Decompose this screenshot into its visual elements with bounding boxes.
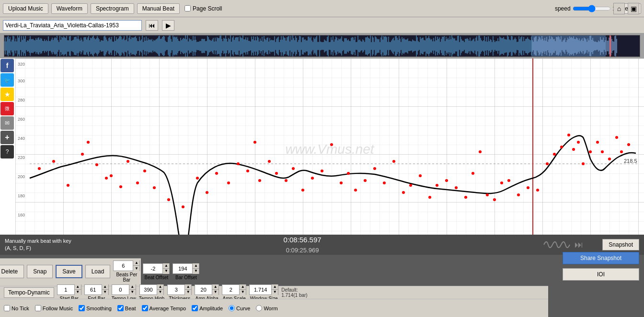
beats-per-bar-spinner[interactable]: ▲ ▼ <box>113 260 140 271</box>
bar-offset-down[interactable]: ▼ <box>192 269 199 274</box>
thickness-arrows[interactable]: ▲ ▼ <box>184 284 191 295</box>
start-bar-up[interactable]: ▲ <box>74 284 81 290</box>
upload-music-button[interactable]: Upload Music <box>3 3 48 14</box>
bar-offset-up[interactable]: ▲ <box>192 263 199 269</box>
window-size-input[interactable] <box>250 287 271 293</box>
beat-offset-input[interactable] <box>143 266 162 272</box>
tempo-high-down[interactable]: ▼ <box>157 290 163 295</box>
star-icon[interactable]: ★ <box>0 88 14 101</box>
amp-scale-down[interactable]: ▼ <box>239 290 246 295</box>
amp-scale-spinner[interactable]: ▲ ▼ <box>222 284 246 295</box>
curve-radio[interactable] <box>229 305 235 311</box>
share-snapshot-button[interactable]: Share Snapshot <box>563 252 639 264</box>
waveform-position-marker <box>610 35 611 57</box>
tempo-low-spinner[interactable]: ▲ ▼ <box>112 284 136 295</box>
load-button[interactable]: Load <box>85 265 111 278</box>
tempo-high-arrows[interactable]: ▲ ▼ <box>157 284 163 295</box>
tempo-high-spinner[interactable]: ▲ ▼ <box>139 284 164 295</box>
instruction-text: Manually mark beat with key (A, S, D, F) <box>5 238 71 252</box>
waveform-button[interactable]: Waveform <box>51 3 88 14</box>
tempo-high-up[interactable]: ▲ <box>157 284 163 290</box>
bar-offset-input[interactable] <box>173 266 192 272</box>
svg-text:200: 200 <box>18 174 25 179</box>
window-size-down[interactable]: ▼ <box>271 290 278 295</box>
spectrogram-button[interactable]: Spectrogram <box>91 3 134 14</box>
amp-alpha-up[interactable]: ▲ <box>212 284 218 290</box>
amp-scale-up[interactable]: ▲ <box>239 284 246 290</box>
start-bar-arrows[interactable]: ▲ ▼ <box>74 284 81 295</box>
mail-icon[interactable]: ✉ <box>0 116 14 130</box>
tempo-low-input[interactable] <box>112 287 129 293</box>
end-bar-arrows[interactable]: ▲ ▼ <box>102 284 108 295</box>
beat-offset-label: Beat Offset <box>144 275 168 280</box>
amp-alpha-spinner[interactable]: ▲ ▼ <box>195 284 219 295</box>
filename-input[interactable] <box>3 20 142 31</box>
thickness-down[interactable]: ▼ <box>184 290 191 295</box>
twitter-icon[interactable]: 🐦 <box>0 73 14 87</box>
fast-forward-icon[interactable]: ⏭ <box>574 239 588 250</box>
tempo-low-up[interactable]: ▲ <box>129 284 136 290</box>
bar-offset-spinner[interactable]: ▲ ▼ <box>172 263 199 274</box>
svg-point-729 <box>572 148 575 151</box>
svg-point-718 <box>486 193 489 196</box>
window-size-spinner[interactable]: ▲ ▼ <box>249 284 278 295</box>
snap-button[interactable]: Snap <box>27 265 53 278</box>
beat-offset-down[interactable]: ▼ <box>162 269 169 274</box>
amp-alpha-input[interactable] <box>195 287 212 293</box>
thickness-spinner[interactable]: ▲ ▼ <box>167 284 192 295</box>
manual-beat-button[interactable]: Manual Beat <box>137 3 180 14</box>
play-button[interactable]: ▶ <box>162 20 174 31</box>
facebook-icon[interactable]: f <box>0 59 14 72</box>
snapshot-button[interactable]: Snapshot <box>602 239 639 250</box>
chart-svg: 320 300 280 260 240 220 200 180 160 218.… <box>15 58 644 240</box>
beats-per-bar-down[interactable]: ▼ <box>133 266 139 271</box>
tempo-low-arrows[interactable]: ▲ ▼ <box>129 284 136 295</box>
plus-icon[interactable]: + <box>0 131 14 144</box>
beat-offset-up[interactable]: ▲ <box>162 263 169 269</box>
beats-per-bar-up[interactable]: ▲ <box>133 260 139 266</box>
thickness-input[interactable] <box>168 287 184 293</box>
beat-checkbox[interactable] <box>117 305 124 311</box>
window-size-arrows[interactable]: ▲ ▼ <box>271 284 278 295</box>
tempo-dynamic-button[interactable]: Tempo-Dynamic <box>4 287 54 298</box>
beats-per-bar-arrows[interactable]: ▲ ▼ <box>133 260 139 271</box>
tempo-high-input[interactable] <box>140 287 157 293</box>
window-size-up[interactable]: ▲ <box>271 284 278 290</box>
amplitude-checkbox[interactable] <box>192 305 198 311</box>
amp-alpha-arrows[interactable]: ▲ ▼ <box>212 284 218 295</box>
end-bar-spinner[interactable]: ▲ ▼ <box>84 284 109 295</box>
monitor-icon[interactable]: ▣ <box>628 3 639 14</box>
follow-music-checkbox[interactable] <box>35 305 41 311</box>
bar-offset-arrows[interactable]: ▲ ▼ <box>192 263 199 274</box>
svg-rect-644 <box>15 58 644 240</box>
amp-alpha-down[interactable]: ▼ <box>212 290 218 295</box>
weibo-icon[interactable]: 微 <box>0 102 14 115</box>
delete-button[interactable]: Delete <box>0 265 24 278</box>
ioi-button[interactable]: IOI <box>563 268 639 281</box>
home-icon[interactable]: ⌂ <box>613 3 625 14</box>
average-tempo-checkbox[interactable] <box>142 305 148 311</box>
beat-offset-spinner[interactable]: ▲ ▼ <box>143 263 170 274</box>
amp-scale-arrows[interactable]: ▲ ▼ <box>239 284 246 295</box>
beat-offset-arrows[interactable]: ▲ ▼ <box>162 263 169 274</box>
question-icon[interactable]: ? <box>0 145 14 158</box>
smoothing-checkbox[interactable] <box>79 305 85 311</box>
page-scroll-checkbox[interactable] <box>184 5 191 11</box>
start-bar-spinner[interactable]: ▲ ▼ <box>57 284 81 295</box>
end-bar-input[interactable] <box>85 287 102 293</box>
amp-scale-input[interactable] <box>222 287 239 293</box>
waveform-container[interactable] <box>4 35 640 57</box>
worm-radio[interactable] <box>256 305 262 311</box>
end-bar-up[interactable]: ▲ <box>102 284 108 290</box>
svg-point-701 <box>340 181 343 184</box>
no-tick-checkbox[interactable] <box>4 305 10 311</box>
beats-per-bar-input[interactable] <box>114 263 133 269</box>
tempo-low-down[interactable]: ▼ <box>129 290 136 295</box>
end-bar-down[interactable]: ▼ <box>102 290 108 295</box>
skip-back-button[interactable]: ⏮ <box>146 20 158 31</box>
speed-slider[interactable] <box>573 5 611 12</box>
thickness-up[interactable]: ▲ <box>184 284 191 290</box>
start-bar-down[interactable]: ▼ <box>74 290 81 295</box>
start-bar-input[interactable] <box>58 287 74 293</box>
save-button[interactable]: Save <box>56 265 82 278</box>
